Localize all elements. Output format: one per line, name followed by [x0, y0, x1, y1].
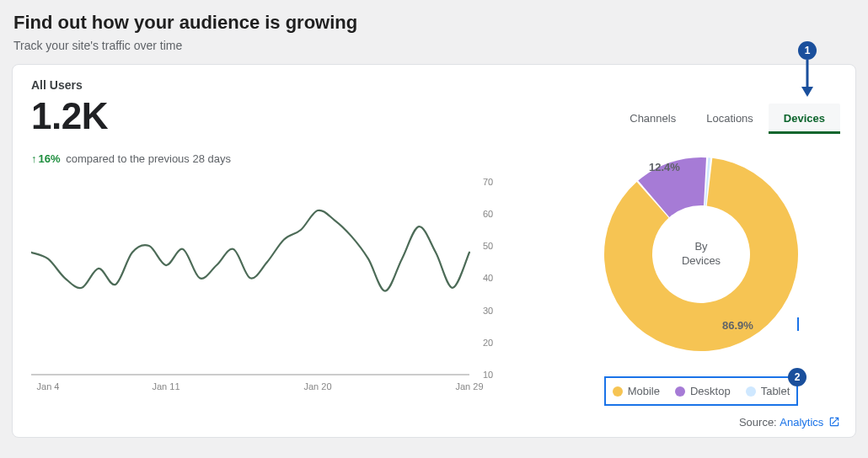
kpi-value: 1.2K [31, 97, 538, 136]
swatch-mobile [613, 386, 623, 397]
page-subtitle: Track your site's traffic over time [13, 39, 856, 52]
external-link-icon [828, 416, 840, 428]
donut-label-desktop: 12.4% [649, 161, 680, 173]
tab-channels[interactable]: Channels [614, 104, 691, 134]
source-line: Source: Analytics [739, 416, 840, 429]
swatch-tablet [746, 386, 756, 397]
donut-chart: By Devices 12.4% 86.9% [583, 141, 819, 368]
legend: Mobile Desktop Tablet 2 [604, 376, 798, 406]
svg-text:Jan 20: Jan 20 [303, 381, 331, 391]
svg-marker-13 [801, 87, 813, 97]
svg-text:50: 50 [483, 241, 493, 251]
callout-one: 1 [798, 41, 817, 97]
svg-text:Jan 4: Jan 4 [37, 381, 60, 391]
svg-text:70: 70 [483, 177, 493, 187]
tab-locations[interactable]: Locations [691, 104, 769, 134]
svg-text:Jan 11: Jan 11 [152, 381, 179, 391]
donut-tick [797, 317, 799, 331]
kpi-delta-pct: 16% [39, 152, 61, 165]
svg-text:10: 10 [483, 370, 493, 380]
source-link[interactable]: Analytics [780, 416, 823, 429]
swatch-desktop [675, 386, 685, 397]
svg-text:60: 60 [483, 209, 493, 219]
tab-devices[interactable]: Devices [769, 104, 840, 134]
legend-item-tablet: Tablet [746, 385, 790, 397]
trend-up-icon: ↑ [31, 152, 37, 165]
kpi-delta: ↑16% compared to the previous 28 days [31, 152, 538, 165]
donut-center-line1: By [694, 240, 707, 254]
svg-text:20: 20 [483, 338, 493, 348]
donut-center-line2: Devices [682, 254, 721, 269]
line-chart: 10203040506070 Jan 4Jan 11Jan 20Jan 29 [31, 168, 538, 427]
kpi-label: All Users [31, 78, 538, 92]
kpi-delta-text: compared to the previous 28 days [66, 152, 231, 165]
legend-item-desktop: Desktop [675, 385, 731, 397]
callout-one-badge: 1 [798, 41, 817, 60]
donut-label-mobile: 86.9% [722, 319, 753, 332]
legend-item-mobile: Mobile [613, 385, 660, 397]
arrow-down-icon [798, 60, 817, 97]
callout-two: 2 [788, 368, 806, 386]
svg-text:30: 30 [483, 306, 493, 316]
svg-text:40: 40 [483, 274, 493, 284]
page-title: Find out how your audience is growing [13, 12, 856, 34]
callout-two-badge: 2 [788, 368, 806, 386]
tab-bar: Channels Locations Devices [562, 104, 840, 134]
svg-text:Jan 29: Jan 29 [455, 381, 483, 391]
analytics-card: All Users 1.2K ↑16% compared to the prev… [12, 64, 856, 438]
